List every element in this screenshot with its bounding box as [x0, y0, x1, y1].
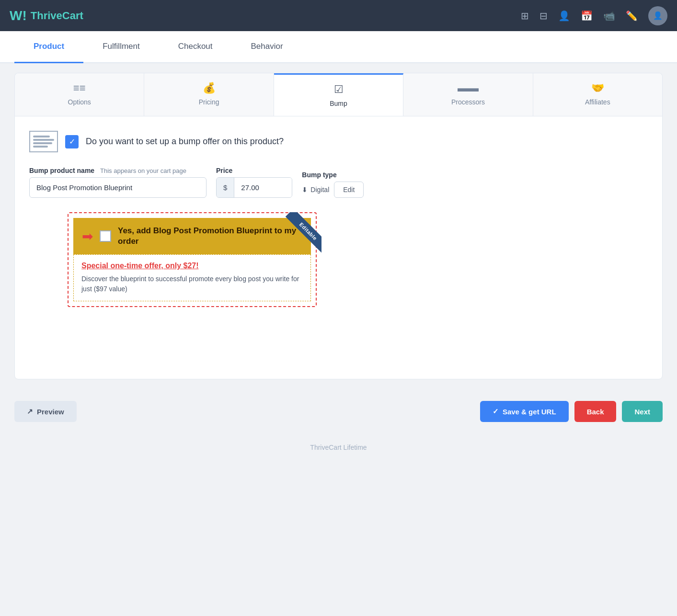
bump-preview-wrapper: ➡ Yes, add Blog Post Promotion Blueprint… [68, 212, 317, 307]
document-icon [29, 131, 58, 152]
bump-preview-body: Special one-time offer, only $27! Discov… [73, 254, 311, 301]
next-button[interactable]: Next [622, 401, 663, 422]
back-button[interactable]: Back [574, 401, 617, 422]
affiliates-icon: 🤝 [591, 82, 604, 94]
logo-text: ThriveCart [31, 10, 83, 22]
save-get-url-button[interactable]: ✓ Save & get URL [480, 401, 569, 422]
right-buttons: ✓ Save & get URL Back Next [480, 401, 663, 422]
sub-tab-processors[interactable]: ▬▬ Processors [403, 73, 533, 116]
options-icon: ≡≡ [73, 82, 86, 94]
edit-bump-type-button[interactable]: Edit [334, 182, 364, 198]
preview-button[interactable]: ↗ Preview [14, 401, 77, 422]
bump-type-label: Bump type [302, 171, 364, 179]
bump-name-label: Bump product name This appears on your c… [29, 167, 207, 174]
bump-toggle-row: ✓ Do you want to set up a bump offer on … [29, 131, 648, 152]
price-currency: $ [217, 178, 234, 197]
sub-tab-bump[interactable]: ☑ Bump [274, 73, 403, 116]
bump-preview-outer: ➡ Yes, add Blog Post Promotion Blueprint… [68, 212, 317, 307]
price-label: Price [216, 167, 292, 174]
bump-toggle-checkbox[interactable]: ✓ [65, 135, 79, 148]
main-tabs: Product Fulfillment Checkout Behavior [0, 31, 677, 63]
logo-icon: W! [10, 8, 27, 23]
content-area: ≡≡ Options 💰 Pricing ☑ Bump ▬▬ Processor… [0, 63, 677, 389]
edit-icon[interactable]: ✏️ [626, 10, 638, 22]
user-icon[interactable]: 👤 [558, 10, 570, 22]
digital-label: ⬇ Digital [302, 186, 329, 194]
download-icon: ⬇ [302, 186, 308, 194]
bump-type-row: ⬇ Digital Edit [302, 182, 364, 198]
pricing-icon: 💰 [203, 82, 216, 94]
bump-type-group: Bump type ⬇ Digital Edit [302, 171, 364, 198]
avatar[interactable]: 👤 [648, 6, 667, 25]
tab-fulfillment[interactable]: Fulfillment [83, 31, 159, 63]
price-input[interactable] [234, 178, 292, 197]
bump-preview-checkbox [100, 230, 111, 242]
top-navigation: W! ThriveCart ⊞ ⊟ 👤 📅 📹 ✏️ 👤 [0, 0, 677, 31]
sub-tabs: ≡≡ Options 💰 Pricing ☑ Bump ▬▬ Processor… [14, 73, 663, 116]
calendar-icon[interactable]: 📅 [581, 10, 593, 22]
bump-card: ✓ Do you want to set up a bump offer on … [14, 116, 663, 379]
price-group: Price $ [216, 167, 292, 198]
bottom-bar: ↗ Preview ✓ Save & get URL Back Next [0, 389, 677, 434]
bump-check-icon: ☑ [334, 83, 344, 96]
sub-tab-pricing[interactable]: 💰 Pricing [144, 73, 274, 116]
bump-preview-header: ➡ Yes, add Blog Post Promotion Blueprint… [73, 218, 311, 254]
grid-2x2-icon[interactable]: ⊞ [521, 10, 529, 22]
video-icon[interactable]: 📹 [603, 10, 615, 22]
sub-tab-options[interactable]: ≡≡ Options [15, 73, 144, 116]
logo[interactable]: W! ThriveCart [10, 8, 83, 23]
grid-icon[interactable]: ⊟ [539, 10, 548, 22]
bump-form-row: Bump product name This appears on your c… [29, 167, 648, 198]
tab-checkout[interactable]: Checkout [159, 31, 232, 63]
bump-name-input[interactable] [29, 177, 207, 198]
price-input-wrap: $ [216, 177, 292, 198]
red-arrow-icon: ➡ [82, 228, 93, 244]
external-link-icon: ↗ [27, 407, 33, 416]
nav-icons: ⊞ ⊟ 👤 📅 📹 ✏️ 👤 [521, 6, 667, 25]
tab-behavior[interactable]: Behavior [232, 31, 302, 63]
processors-icon: ▬▬ [458, 82, 479, 94]
sub-tab-affiliates[interactable]: 🤝 Affiliates [533, 73, 662, 116]
check-icon: ✓ [493, 407, 499, 416]
bump-name-group: Bump product name This appears on your c… [29, 167, 207, 198]
footer: ThriveCart Lifetime [0, 434, 677, 461]
tab-product[interactable]: Product [14, 31, 83, 63]
